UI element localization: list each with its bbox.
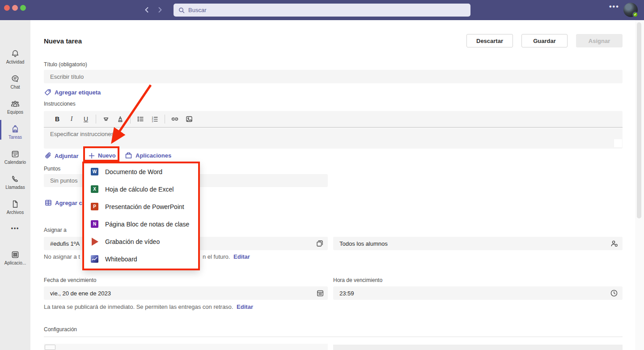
more-options-button[interactable]: ••• [609, 3, 619, 11]
toolbar-separator [130, 115, 131, 124]
due-time-value: 23:59 [339, 290, 354, 297]
chevron-left-icon [144, 7, 149, 13]
top-bar: Buscar ••• ✓ [0, 0, 644, 20]
chat-icon [11, 74, 20, 83]
new-button[interactable]: Nuevo [89, 152, 116, 159]
back-button[interactable] [141, 4, 152, 15]
toolbar-separator [96, 115, 96, 124]
sidebar-item-actividad[interactable]: Actividad [0, 45, 30, 68]
mac-close-button[interactable] [4, 5, 10, 11]
due-date-input[interactable]: vie., 20 de ene de 2023 [44, 286, 328, 300]
forward-button[interactable] [155, 4, 165, 15]
font-color-button[interactable] [113, 113, 127, 125]
mac-maximize-button[interactable] [20, 5, 26, 11]
formatting-toolbar: B I U 1 2 3 [44, 111, 623, 128]
no-assign-note-right: n el futuro. Editar [203, 253, 250, 260]
tag-icon [44, 89, 51, 96]
sidebar-item-calendario[interactable]: Calendario [0, 145, 30, 169]
assign-button[interactable]: Asignar [576, 34, 623, 47]
page-title: Nueva tarea [44, 37, 82, 45]
settings-label: Configuración [44, 326, 77, 333]
sidebar-item-ayuda[interactable]: Ayuda [0, 348, 30, 350]
menu-item-video-recording[interactable]: Grabación de vídeo [83, 233, 199, 250]
points-label: Puntos [44, 166, 60, 172]
add-tag-label: Agregar etiqueta [55, 89, 101, 96]
presence-available-icon: ✓ [632, 12, 638, 17]
apps-box-icon [125, 152, 132, 159]
add-tag-button[interactable]: Agregar etiqueta [44, 89, 101, 96]
calendar-icon [11, 149, 20, 158]
title-input[interactable]: Escribir título [44, 70, 623, 83]
title-field-label: Título (obligatorio) [44, 61, 87, 68]
sidebar-item-llamadas[interactable]: Llamadas [0, 171, 30, 194]
sidebar-item-aplicaciones[interactable]: Aplicacio... [0, 246, 30, 269]
settings-checkbox[interactable] [45, 345, 55, 350]
menu-item-class-notebook[interactable]: N Página Bloc de notas de clase [83, 215, 199, 233]
resize-handle[interactable] [614, 139, 622, 147]
underline-button[interactable]: U [79, 113, 93, 125]
sidebar-item-chat[interactable]: Chat [0, 70, 30, 94]
menu-item-whiteboard[interactable]: Whiteboard [83, 250, 199, 268]
apps-button[interactable]: Aplicaciones [125, 152, 171, 159]
save-button[interactable]: Guardar [521, 34, 568, 47]
menu-item-excel[interactable]: X Hoja de cálculo de Excel [83, 180, 199, 198]
highlight-button[interactable] [99, 113, 113, 125]
sidebar-item-label: Actividad [6, 60, 25, 64]
link-icon [170, 115, 179, 123]
insert-image-button[interactable] [182, 113, 196, 125]
attach-button[interactable]: Adjuntar [45, 152, 78, 159]
scrollbar-thumb[interactable] [637, 22, 641, 218]
copy-classes-button[interactable] [316, 239, 324, 248]
add-rubric-button[interactable]: Agregar cri [45, 199, 86, 206]
bullet-list-button[interactable] [133, 113, 148, 125]
italic-button[interactable]: I [64, 113, 79, 125]
new-label: Nuevo [98, 152, 116, 159]
assign-to-value: #edufis 1ºA [50, 240, 80, 247]
sidebar-item-label: Equipos [7, 110, 23, 115]
sidebar: Actividad Chat Equipos [0, 20, 30, 350]
bold-button[interactable]: B [50, 113, 64, 125]
sidebar-item-tareas[interactable]: Tareas [0, 120, 30, 144]
title-placeholder: Escribir título [50, 73, 84, 80]
due-time-label: Hora de vencimiento [333, 277, 382, 283]
numbered-list-button[interactable]: 1 2 3 [148, 113, 162, 125]
edit-schedule-link[interactable]: Editar [237, 303, 253, 310]
edit-assign-link[interactable]: Editar [233, 253, 250, 260]
copy-icon [316, 239, 324, 248]
calendar-small-icon [316, 289, 324, 297]
sidebar-more-button[interactable]: ••• [0, 225, 30, 231]
points-placeholder: Sin puntos [50, 177, 77, 184]
due-time-input[interactable]: 23:59 [333, 286, 623, 300]
rubric-grid-icon [45, 199, 52, 206]
menu-item-label: Grabación de vídeo [105, 238, 160, 245]
sidebar-item-archivos[interactable]: Archivos [0, 196, 30, 219]
add-student-button[interactable] [610, 239, 619, 248]
person-add-icon [610, 239, 619, 248]
menu-item-word[interactable]: W Documento de Word [83, 163, 199, 180]
image-icon [185, 115, 193, 123]
attach-label: Adjuntar [55, 153, 78, 159]
insert-link-button[interactable] [168, 113, 182, 125]
time-picker-button[interactable] [610, 289, 618, 297]
students-input[interactable]: Todos los alumnos [333, 237, 623, 250]
powerpoint-icon: P [91, 203, 98, 210]
discard-button[interactable]: Descartar [466, 34, 513, 47]
bell-icon [11, 49, 20, 58]
phone-icon [11, 175, 20, 184]
sidebar-item-equipos[interactable]: Equipos [0, 95, 30, 119]
plus-icon [89, 153, 95, 159]
due-date-label: Fecha de vencimiento [44, 277, 96, 283]
date-picker-button[interactable] [316, 289, 324, 297]
font-color-icon [116, 115, 124, 123]
mac-minimize-button[interactable] [12, 5, 18, 11]
menu-item-powerpoint[interactable]: P Presentación de PowerPoint [83, 198, 199, 215]
search-input[interactable]: Buscar [174, 4, 470, 17]
svg-text:3: 3 [152, 120, 153, 123]
file-icon [11, 200, 20, 209]
instructions-input[interactable] [44, 128, 623, 149]
bullet-list-icon [136, 115, 144, 123]
highlighter-icon [102, 115, 110, 123]
sidebar-item-label: Llamadas [5, 185, 25, 190]
due-date-value: vie., 20 de ene de 2023 [50, 290, 111, 297]
word-icon: W [91, 168, 98, 175]
